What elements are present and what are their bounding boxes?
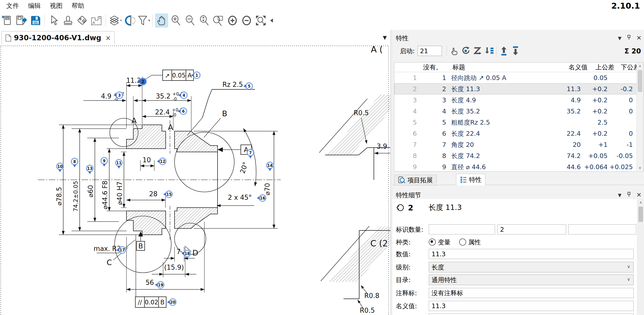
table-scrollbar[interactable]: ∧ ∨ bbox=[636, 63, 643, 171]
svg-text:↗: ↗ bbox=[165, 72, 170, 79]
balloon-18[interactable]: 18 bbox=[181, 250, 191, 258]
z-order-icon[interactable] bbox=[471, 45, 483, 57]
table-row[interactable]: 99直径 ⌀ 44.644.6+0.064+0.025 bbox=[394, 161, 637, 172]
rotate-icon[interactable] bbox=[460, 45, 471, 57]
layers-icon[interactable] bbox=[108, 13, 121, 28]
mirror-icon[interactable] bbox=[122, 13, 136, 28]
new-document-icon[interactable] bbox=[1, 13, 14, 28]
svg-text:3.9: 3.9 bbox=[377, 143, 387, 150]
svg-text:(15.9): (15.9) bbox=[164, 264, 184, 271]
scroll-up-icon[interactable]: ∧ bbox=[637, 199, 644, 206]
balloon-15[interactable]: 15 bbox=[163, 190, 173, 198]
balloon-11[interactable]: 11 bbox=[115, 159, 123, 169]
tab-list-icon[interactable]: ▼ bbox=[383, 34, 387, 41]
zoom-in-icon[interactable] bbox=[169, 13, 182, 28]
list-down-icon[interactable] bbox=[483, 45, 495, 57]
panel-pin-icon[interactable] bbox=[627, 35, 631, 41]
panel-close-icon[interactable]: ✕ bbox=[636, 191, 641, 199]
zoom-window-icon[interactable] bbox=[212, 13, 225, 28]
scroll-down-icon[interactable]: ∨ bbox=[637, 164, 643, 171]
table-body: 11径向跳动 ↗ 0.05 A0.0522长度 11.311.3+0.2-0.2… bbox=[394, 72, 637, 172]
balloon-20[interactable]: 20 bbox=[167, 298, 177, 306]
decrease-icon[interactable] bbox=[240, 13, 253, 28]
panel-dropdown-icon[interactable]: ▼ bbox=[618, 35, 621, 41]
app-version: 2.10.1 bbox=[611, 1, 640, 11]
radio-variable[interactable] bbox=[429, 239, 436, 246]
balloon-12[interactable]: 12 bbox=[157, 158, 167, 165]
zoom-out-icon[interactable] bbox=[183, 13, 197, 28]
table-header-row[interactable]: 没有。 标题 名义值 上公差 下公差 bbox=[394, 63, 643, 72]
zoom-fit-icon[interactable] bbox=[254, 13, 267, 28]
svg-text:D: D bbox=[192, 248, 198, 257]
menu-view[interactable]: 视图 bbox=[47, 2, 65, 10]
class-dropdown[interactable]: 长度∨ bbox=[429, 262, 634, 272]
scroll-up-icon[interactable]: ∧ bbox=[637, 63, 643, 69]
panel-close-icon[interactable]: ✕ bbox=[636, 34, 641, 42]
filter-icon[interactable] bbox=[137, 13, 150, 28]
drawing-canvas[interactable]: 11.34.9+0.2-035.2+0.2-022.4+0.2-0Rz 2.5A… bbox=[0, 44, 390, 315]
nominal-input[interactable] bbox=[429, 301, 634, 311]
tab-properties[interactable]: 特性 bbox=[456, 174, 485, 185]
balloon-19[interactable]: 19 bbox=[155, 281, 165, 289]
scrollbar-thumb[interactable] bbox=[638, 207, 643, 222]
balloon-9[interactable]: 9 bbox=[100, 157, 108, 167]
catalog-dropdown[interactable]: 通用特性∨ bbox=[429, 274, 634, 285]
select-cursor-icon[interactable] bbox=[47, 13, 60, 28]
balloon-8[interactable]: 8 bbox=[71, 158, 79, 168]
sum-count: Σ 20 bbox=[625, 47, 641, 55]
svg-text:R0.5: R0.5 bbox=[354, 109, 369, 117]
document-tab[interactable]: 930-1200-406-V1.dwg × bbox=[2, 31, 115, 44]
radio-attribute[interactable] bbox=[459, 239, 466, 246]
start-input[interactable] bbox=[418, 46, 442, 56]
balloon-10[interactable]: 10 bbox=[56, 163, 64, 172]
scrollbar-thumb[interactable] bbox=[638, 70, 642, 92]
table-row[interactable]: 88长度 74.274.2+0.05-0.05 bbox=[394, 150, 637, 161]
svg-text:11.3: 11.3 bbox=[126, 77, 141, 84]
svg-text://: // bbox=[138, 299, 142, 306]
menu-help[interactable]: 帮助 bbox=[69, 2, 87, 10]
pan-hand-icon[interactable] bbox=[155, 13, 168, 28]
svg-text:R0.8: R0.8 bbox=[364, 292, 379, 300]
svg-text:12: 12 bbox=[160, 159, 165, 164]
id-count-input-2[interactable] bbox=[497, 224, 566, 234]
save-icon[interactable] bbox=[29, 13, 42, 28]
value-input[interactable] bbox=[429, 249, 634, 259]
tag-icon[interactable] bbox=[76, 13, 89, 28]
document-tab-bar: 930-1200-406-V1.dwg × ▼ bbox=[0, 30, 390, 45]
id-count-input-1[interactable] bbox=[429, 224, 495, 234]
id-count-input-3[interactable] bbox=[568, 224, 636, 234]
collapse-arrow-icon[interactable] bbox=[268, 13, 274, 28]
move-down-icon[interactable] bbox=[510, 45, 521, 57]
increase-icon[interactable] bbox=[226, 13, 239, 28]
balloon-14[interactable]: 14 bbox=[266, 162, 274, 171]
tab-close-icon[interactable]: × bbox=[105, 34, 111, 42]
menu-file[interactable]: 文件 bbox=[4, 2, 22, 10]
partial-view-icon[interactable]: A1 bbox=[90, 13, 103, 28]
hand-pointer-icon[interactable] bbox=[448, 45, 460, 57]
panel-dropdown-icon[interactable]: ▼ bbox=[618, 192, 621, 198]
table-row[interactable]: 44长度 35.235.2+0.20 bbox=[394, 106, 637, 117]
upper-tolerance-input[interactable] bbox=[429, 313, 634, 315]
note-input[interactable] bbox=[429, 288, 634, 298]
table-row[interactable]: 22长度 11.311.3+0.2-0.2 bbox=[394, 83, 637, 94]
move-up-icon[interactable] bbox=[498, 45, 510, 57]
properties-panel-title: 特性 bbox=[396, 34, 409, 42]
table-row[interactable]: 11径向跳动 ↗ 0.05 A0.05 bbox=[394, 72, 637, 83]
table-row[interactable]: 77角度 2020+1-1 bbox=[394, 139, 637, 150]
panel-pin-icon[interactable] bbox=[627, 192, 631, 198]
svg-text:10: 10 bbox=[57, 164, 63, 169]
table-row[interactable]: 55粗糙度Rz 2.52.5 bbox=[394, 117, 637, 128]
table-row[interactable]: 66长度 22.422.4+0.20 bbox=[394, 128, 637, 139]
selected-item-row: 2 长度 11.3 bbox=[396, 203, 462, 213]
details-scrollbar[interactable]: ∧ bbox=[637, 199, 644, 315]
zoom-vertical-icon[interactable] bbox=[198, 13, 211, 28]
balloon-5[interactable]: 5 bbox=[243, 82, 253, 90]
table-row[interactable]: 33长度 4.94.9+0.20 bbox=[394, 94, 637, 106]
svg-text:⌀70: ⌀70 bbox=[264, 183, 271, 195]
open-document-icon[interactable] bbox=[15, 13, 28, 28]
stamp-icon[interactable] bbox=[61, 13, 75, 28]
svg-text:-0: -0 bbox=[172, 112, 176, 117]
tab-project-expand[interactable]: 项目拓展 bbox=[394, 175, 437, 185]
menu-edit[interactable]: 编辑 bbox=[25, 2, 44, 10]
balloon-13[interactable]: 13 bbox=[86, 165, 94, 174]
